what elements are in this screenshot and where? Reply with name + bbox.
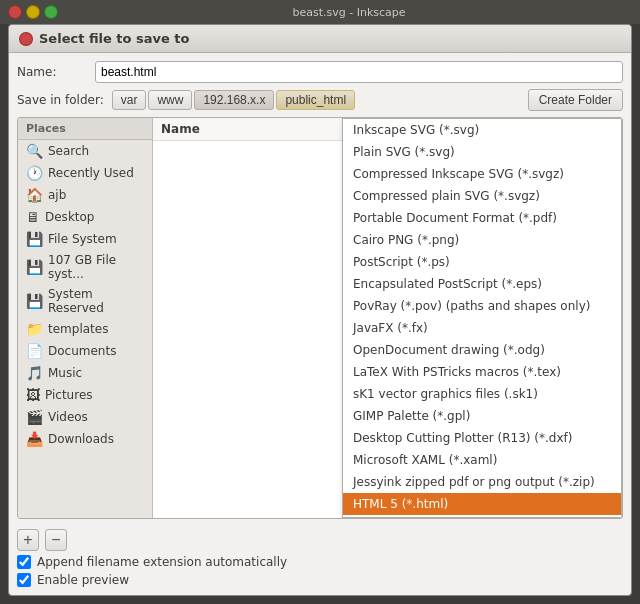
- dropdown-item-15[interactable]: Microsoft XAML (*.xaml): [343, 449, 621, 471]
- path-part-www[interactable]: www: [148, 90, 192, 110]
- create-folder-button[interactable]: Create Folder: [528, 89, 623, 111]
- maximize-button[interactable]: [44, 5, 58, 19]
- window-controls[interactable]: [8, 5, 58, 19]
- sidebar-item-music[interactable]: 🎵 Music: [18, 362, 152, 384]
- dialog-title-text: Select file to save to: [39, 31, 189, 46]
- sidebar-item-music-label: Music: [48, 366, 82, 380]
- main-area: Places 🔍 Search 🕐 Recently Used 🏠 ajb 🖥 …: [17, 117, 623, 519]
- path-part-ip[interactable]: 192.168.x.x: [194, 90, 274, 110]
- title-bar: beast.svg - Inkscape: [0, 0, 640, 24]
- folder-icon: 📁: [26, 321, 43, 337]
- sidebar-item-system-reserved[interactable]: 💾 System Reserved: [18, 284, 152, 318]
- dropdown-item-18[interactable]: Compressed Inkscape SVG with media (*.zi…: [343, 515, 621, 518]
- minimize-button[interactable]: [26, 5, 40, 19]
- pictures-icon: 🖼: [26, 387, 40, 403]
- files-panel: Name Inkscape SVG (*.svg) Plain SVG (*.s…: [153, 118, 622, 518]
- sidebar-item-107gb[interactable]: 💾 107 GB File syst...: [18, 250, 152, 284]
- dropdown-item-9[interactable]: JavaFX (*.fx): [343, 317, 621, 339]
- sidebar-item-search-label: Search: [48, 144, 89, 158]
- home-icon: 🏠: [26, 187, 43, 203]
- places-header: Places: [18, 118, 152, 140]
- dropdown-item-8[interactable]: PovRay (*.pov) (paths and shapes only): [343, 295, 621, 317]
- sidebar-item-107gb-label: 107 GB File syst...: [48, 253, 144, 281]
- dropdown-item-5[interactable]: Cairo PNG (*.png): [343, 229, 621, 251]
- sidebar-item-ajb-label: ajb: [48, 188, 66, 202]
- append-extension-label: Append filename extension automatically: [37, 555, 287, 569]
- clock-icon: 🕐: [26, 165, 43, 181]
- sidebar-item-downloads-label: Downloads: [48, 432, 114, 446]
- sidebar-item-desktop-label: Desktop: [45, 210, 95, 224]
- sidebar-item-downloads[interactable]: 📥 Downloads: [18, 428, 152, 450]
- name-row: Name:: [17, 61, 623, 83]
- sidebar-item-videos-label: Videos: [48, 410, 88, 424]
- dropdown-item-0[interactable]: Inkscape SVG (*.svg): [343, 119, 621, 141]
- sidebar-item-pictures[interactable]: 🖼 Pictures: [18, 384, 152, 406]
- drive-icon-3: 💾: [26, 293, 43, 309]
- path-part-public-html[interactable]: public_html: [276, 90, 355, 110]
- dropdown-item-1[interactable]: Plain SVG (*.svg): [343, 141, 621, 163]
- bottom-bar: + − Append filename extension automatica…: [17, 525, 623, 587]
- dialog-title-bar: Select file to save to: [9, 25, 631, 53]
- sidebar-item-documents[interactable]: 📄 Documents: [18, 340, 152, 362]
- sidebar-item-ajb[interactable]: 🏠 ajb: [18, 184, 152, 206]
- dropdown-item-2[interactable]: Compressed Inkscape SVG (*.svgz): [343, 163, 621, 185]
- enable-preview-row: Enable preview: [17, 573, 623, 587]
- dropdown-item-7[interactable]: Encapsulated PostScript (*.eps): [343, 273, 621, 295]
- dropdown-item-12[interactable]: sK1 vector graphics files (.sk1): [343, 383, 621, 405]
- name-input[interactable]: [95, 61, 623, 83]
- sidebar-item-templates-label: templates: [48, 322, 108, 336]
- sidebar-item-templates[interactable]: 📁 templates: [18, 318, 152, 340]
- downloads-icon: 📥: [26, 431, 43, 447]
- music-icon: 🎵: [26, 365, 43, 381]
- path-part-var[interactable]: var: [112, 90, 147, 110]
- dropdown-item-16[interactable]: Jessyink zipped pdf or png output (*.zip…: [343, 471, 621, 493]
- dropdown-item-6[interactable]: PostScript (*.ps): [343, 251, 621, 273]
- dropdown-item-11[interactable]: LaTeX With PSTricks macros (*.tex): [343, 361, 621, 383]
- format-dropdown[interactable]: Inkscape SVG (*.svg) Plain SVG (*.svg) C…: [342, 118, 622, 518]
- sidebar-item-recently-used-label: Recently Used: [48, 166, 134, 180]
- path-bar: var www 192.168.x.x public_html: [112, 90, 520, 110]
- enable-preview-label: Enable preview: [37, 573, 129, 587]
- toolbar-row: + −: [17, 529, 623, 551]
- save-folder-row: Save in folder: var www 192.168.x.x publ…: [17, 89, 623, 111]
- sidebar-item-filesystem[interactable]: 💾 File System: [18, 228, 152, 250]
- videos-icon: 🎬: [26, 409, 43, 425]
- documents-icon: 📄: [26, 343, 43, 359]
- remove-button[interactable]: −: [45, 529, 67, 551]
- dialog-body: Name: Save in folder: var www 192.168.x.…: [9, 53, 631, 595]
- dropdown-item-14[interactable]: Desktop Cutting Plotter (R13) (*.dxf): [343, 427, 621, 449]
- dropdown-item-4[interactable]: Portable Document Format (*.pdf): [343, 207, 621, 229]
- dropdown-item-10[interactable]: OpenDocument drawing (*.odg): [343, 339, 621, 361]
- dialog-close-button[interactable]: [19, 32, 33, 46]
- close-button[interactable]: [8, 5, 22, 19]
- dropdown-item-3[interactable]: Compressed plain SVG (*.svgz): [343, 185, 621, 207]
- save-in-label: Save in folder:: [17, 93, 104, 107]
- search-icon: 🔍: [26, 143, 43, 159]
- sidebar-item-recently-used[interactable]: 🕐 Recently Used: [18, 162, 152, 184]
- drive-icon-2: 💾: [26, 259, 43, 275]
- sidebar-item-filesystem-label: File System: [48, 232, 117, 246]
- enable-preview-checkbox[interactable]: [17, 573, 31, 587]
- drive-icon: 💾: [26, 231, 43, 247]
- sidebar-item-system-reserved-label: System Reserved: [48, 287, 144, 315]
- append-extension-checkbox[interactable]: [17, 555, 31, 569]
- sidebar-item-desktop[interactable]: 🖥 Desktop: [18, 206, 152, 228]
- dropdown-item-13[interactable]: GIMP Palette (*.gpl): [343, 405, 621, 427]
- places-panel: Places 🔍 Search 🕐 Recently Used 🏠 ajb 🖥 …: [18, 118, 153, 518]
- sidebar-item-documents-label: Documents: [48, 344, 116, 358]
- dialog: Select file to save to Name: Save in fol…: [8, 24, 632, 596]
- append-extension-row: Append filename extension automatically: [17, 555, 623, 569]
- dropdown-item-17[interactable]: HTML 5 (*.html): [343, 493, 621, 515]
- title-bar-text: beast.svg - Inkscape: [66, 6, 632, 19]
- add-button[interactable]: +: [17, 529, 39, 551]
- desktop-icon: 🖥: [26, 209, 40, 225]
- sidebar-item-videos[interactable]: 🎬 Videos: [18, 406, 152, 428]
- sidebar-item-search[interactable]: 🔍 Search: [18, 140, 152, 162]
- sidebar-item-pictures-label: Pictures: [45, 388, 93, 402]
- name-label: Name:: [17, 65, 87, 79]
- dialog-controls[interactable]: [19, 32, 33, 46]
